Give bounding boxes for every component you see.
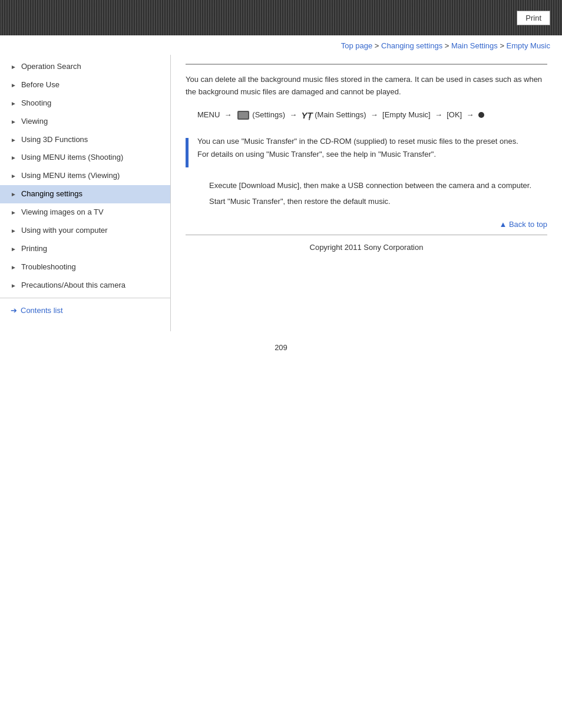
sidebar-item-label: Precautions/About this camera xyxy=(21,281,125,291)
arrow-icon: ► xyxy=(11,81,16,89)
arrow-icon: ► xyxy=(11,190,16,198)
sidebar-item-using-3d[interactable]: ► Using 3D Functions xyxy=(0,131,170,149)
arrow-icon: ► xyxy=(11,263,16,271)
arrow-icon: ► xyxy=(11,245,16,253)
sidebar-item-label: Using with your computer xyxy=(21,226,108,236)
bullet-icon xyxy=(478,112,484,118)
arrow-icon: ► xyxy=(11,100,16,107)
arrow-icon: ► xyxy=(11,136,16,144)
arrow-icon: ► xyxy=(11,118,16,126)
sidebar-item-menu-shooting[interactable]: ► Using MENU items (Shooting) xyxy=(0,149,170,167)
sidebar-divider xyxy=(0,298,170,298)
breadcrumb-sep2: > xyxy=(445,41,451,50)
sidebar-item-label: Using MENU items (Shooting) xyxy=(21,153,123,163)
content-intro: You can delete all the background music … xyxy=(186,74,547,98)
sidebar-item-label: Using 3D Functions xyxy=(21,135,88,145)
breadcrumb-sep1: > xyxy=(375,41,381,50)
arrow-icon: ► xyxy=(11,282,16,289)
breadcrumb-main-settings[interactable]: Main Settings xyxy=(451,41,498,50)
breadcrumb: Top page > Changing settings > Main Sett… xyxy=(0,35,562,55)
footer-divider xyxy=(186,235,547,235)
breadcrumb-empty-music[interactable]: Empty Music xyxy=(507,41,550,50)
sidebar-item-shooting[interactable]: ► Shooting xyxy=(0,94,170,113)
sidebar-item-viewing[interactable]: ► Viewing xyxy=(0,113,170,131)
sidebar-item-precautions[interactable]: ► Precautions/About this camera xyxy=(0,276,170,295)
page-number: 209 xyxy=(0,331,562,358)
menu-instruction: MENU → (Settings) → ΥȚ (Main Settings) →… xyxy=(197,107,547,123)
sidebar-item-label: Changing settings xyxy=(21,189,82,199)
footer-copyright: Copyright 2011 Sony Corporation xyxy=(186,240,547,263)
maintab-icon: ΥȚ xyxy=(301,110,312,120)
sidebar-item-label: Viewing xyxy=(21,117,48,127)
sidebar-item-printing[interactable]: ► Printing xyxy=(0,240,170,258)
arrow-icon: ► xyxy=(11,154,16,162)
sidebar-item-before-use[interactable]: ► Before Use xyxy=(0,76,170,94)
sidebar-item-changing-settings[interactable]: ► Changing settings xyxy=(0,185,170,203)
sidebar-item-label: Using MENU items (Viewing) xyxy=(21,171,120,181)
sidebar-item-troubleshooting[interactable]: ► Troubleshooting xyxy=(0,258,170,276)
arrow-icon: ► xyxy=(11,209,16,216)
sub-note-1: Execute [Download Music], then make a US… xyxy=(209,179,547,192)
content-area: You can delete all the background music … xyxy=(171,55,562,331)
sidebar-item-label: Before Use xyxy=(21,80,59,90)
sub-note-2: Start "Music Transfer", then restore the… xyxy=(209,195,547,208)
back-to-top-link[interactable]: ▲ Back to top xyxy=(499,220,547,229)
sidebar-item-viewing-tv[interactable]: ► Viewing images on a TV xyxy=(0,203,170,222)
arrow-icon: ► xyxy=(11,227,16,235)
sidebar-item-operation-search[interactable]: ► Operation Search xyxy=(0,58,170,76)
sidebar-item-using-computer[interactable]: ► Using with your computer xyxy=(0,222,170,240)
sidebar: ► Operation Search ► Before Use ► Shooti… xyxy=(0,55,171,331)
sidebar-item-label: Operation Search xyxy=(21,62,81,72)
arrow-right-icon: ➔ xyxy=(11,306,17,315)
sidebar-item-label: Shooting xyxy=(21,98,51,108)
settings-icon xyxy=(237,111,249,120)
note-section: You can use "Music Transfer" in the CD-R… xyxy=(186,135,547,167)
breadcrumb-changing-settings[interactable]: Changing settings xyxy=(381,41,442,50)
main-layout: ► Operation Search ► Before Use ► Shooti… xyxy=(0,55,562,331)
back-to-top[interactable]: ▲ Back to top xyxy=(186,220,547,229)
breadcrumb-sep3: > xyxy=(500,41,506,50)
sidebar-item-label: Printing xyxy=(21,244,47,254)
blue-bar xyxy=(186,138,189,167)
sidebar-item-menu-viewing[interactable]: ► Using MENU items (Viewing) xyxy=(0,167,170,185)
content-divider xyxy=(186,64,547,65)
contents-list-label: Contents list xyxy=(21,306,63,315)
header-bar: Print xyxy=(0,0,562,35)
breadcrumb-top-page[interactable]: Top page xyxy=(341,41,373,50)
sidebar-item-label: Viewing images on a TV xyxy=(21,207,104,218)
arrow-icon: ► xyxy=(11,172,16,180)
note-paragraph: You can use "Music Transfer" in the CD-R… xyxy=(197,135,547,161)
note-content: You can use "Music Transfer" in the CD-R… xyxy=(197,135,547,167)
arrow-icon: ► xyxy=(11,63,16,71)
contents-list-link[interactable]: ➔ Contents list xyxy=(0,301,170,319)
print-button[interactable]: Print xyxy=(517,11,550,25)
sidebar-item-label: Troubleshooting xyxy=(21,262,76,272)
